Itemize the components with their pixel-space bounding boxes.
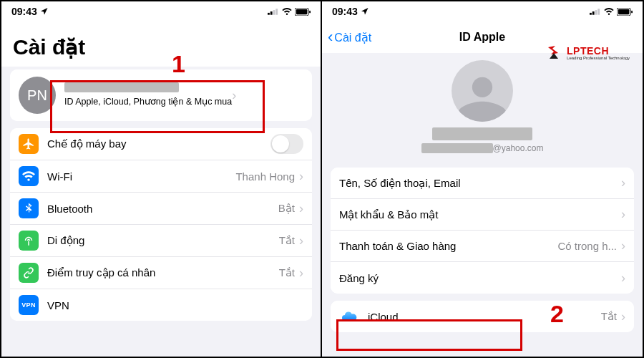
svg-rect-2 bbox=[273, 10, 275, 15]
account-name-redacted bbox=[64, 82, 179, 92]
location-icon bbox=[40, 7, 49, 16]
svg-rect-0 bbox=[268, 13, 270, 15]
battery-icon bbox=[617, 8, 633, 16]
screenshot-apple-id: 09:43 ‹ Cài đặt bbox=[322, 1, 643, 357]
svg-rect-8 bbox=[592, 11, 595, 15]
row-vpn[interactable]: VPN VPN bbox=[10, 289, 312, 321]
row-cellular[interactable]: Di động Tắt › bbox=[10, 225, 312, 257]
row-value: Thanh Hong bbox=[235, 170, 295, 183]
row-label: Thanh toán & Giao hàng bbox=[339, 240, 557, 252]
status-time: 09:43 bbox=[332, 6, 358, 17]
antenna-icon bbox=[19, 231, 39, 251]
svg-rect-7 bbox=[590, 13, 592, 15]
row-name-phone-email[interactable]: Tên, Số điện thoại, Email › bbox=[331, 168, 634, 199]
svg-rect-3 bbox=[275, 9, 278, 14]
row-wifi[interactable]: Wi-Fi Thanh Hong › bbox=[10, 160, 312, 193]
row-bluetooth[interactable]: Bluetooth Bật › bbox=[10, 193, 312, 225]
row-label: Mật khẩu & Bảo mật bbox=[339, 208, 621, 221]
annotation-number-2: 2 bbox=[550, 300, 564, 328]
watermark-tagline: Leading Professional Technology bbox=[567, 56, 630, 60]
avatar-placeholder-icon bbox=[452, 60, 513, 122]
row-label: VPN bbox=[47, 299, 303, 311]
row-value: Tắt bbox=[279, 234, 295, 247]
row-hotspot[interactable]: Điểm truy cập cá nhân Tắt › bbox=[10, 257, 312, 289]
chevron-right-icon: › bbox=[299, 201, 303, 216]
chevron-left-icon: ‹ bbox=[328, 29, 333, 45]
avatar: PN bbox=[19, 77, 56, 114]
row-icloud[interactable]: iCloud Tắt › bbox=[331, 301, 634, 332]
chevron-right-icon: › bbox=[621, 175, 625, 190]
location-icon bbox=[361, 7, 369, 16]
back-button[interactable]: ‹ Cài đặt bbox=[328, 29, 371, 45]
chevron-right-icon: › bbox=[621, 309, 625, 324]
row-label: Điểm truy cập cá nhân bbox=[47, 266, 279, 279]
chevron-right-icon: › bbox=[621, 238, 625, 253]
screenshot-settings-root: 09:43 Cài đặt PN bbox=[1, 1, 322, 357]
row-label: Wi-Fi bbox=[47, 170, 235, 183]
battery-icon bbox=[295, 8, 311, 16]
account-email: xxxxxxxxxxxxxxxx@yahoo.com bbox=[322, 143, 643, 153]
wifi-icon bbox=[19, 166, 39, 186]
row-label: Tên, Số điện thoại, Email bbox=[339, 177, 621, 190]
row-airplane-mode[interactable]: Chế độ máy bay bbox=[10, 128, 312, 160]
row-value: Có trong h... bbox=[557, 240, 617, 252]
airplane-toggle[interactable] bbox=[270, 134, 303, 154]
chevron-right-icon: › bbox=[299, 266, 303, 281]
watermark: LPTECH Leading Professional Technology bbox=[545, 44, 630, 62]
row-value: Tắt bbox=[601, 310, 617, 323]
status-time: 09:43 bbox=[11, 6, 37, 17]
row-value: Tắt bbox=[279, 266, 295, 279]
signal-icon bbox=[268, 8, 279, 15]
vpn-icon: VPN bbox=[19, 295, 39, 315]
svg-rect-13 bbox=[631, 10, 633, 13]
chevron-right-icon: › bbox=[621, 207, 625, 222]
svg-rect-5 bbox=[296, 9, 308, 14]
row-label: Di động bbox=[47, 234, 279, 247]
airplane-icon bbox=[19, 134, 39, 154]
watermark-brand: LPTECH bbox=[567, 46, 630, 56]
row-label: Chế độ máy bay bbox=[47, 137, 270, 150]
wifi-icon bbox=[604, 8, 614, 15]
status-bar: 09:43 bbox=[322, 1, 643, 21]
chevron-right-icon: › bbox=[299, 169, 303, 184]
chevron-right-icon: › bbox=[232, 88, 236, 103]
back-label: Cài đặt bbox=[334, 31, 371, 44]
row-label: Đăng ký bbox=[339, 272, 621, 284]
row-label: Bluetooth bbox=[47, 203, 278, 215]
svg-rect-6 bbox=[309, 10, 311, 13]
account-name-redacted bbox=[432, 127, 532, 140]
svg-rect-12 bbox=[618, 9, 630, 14]
row-subscriptions[interactable]: Đăng ký › bbox=[331, 262, 634, 294]
annotation-number-1: 1 bbox=[172, 50, 185, 78]
signal-icon bbox=[590, 8, 601, 15]
link-icon bbox=[19, 263, 39, 283]
row-payment-shipping[interactable]: Thanh toán & Giao hàng Có trong h... › bbox=[331, 231, 634, 262]
row-password-security[interactable]: Mật khẩu & Bảo mật › bbox=[331, 199, 634, 231]
bluetooth-icon bbox=[19, 198, 39, 218]
page-title: Cài đặt bbox=[1, 21, 321, 67]
svg-rect-1 bbox=[270, 11, 273, 15]
wifi-icon bbox=[282, 8, 292, 15]
status-bar: 09:43 bbox=[1, 1, 321, 21]
icloud-icon bbox=[339, 306, 359, 326]
chevron-right-icon: › bbox=[299, 233, 303, 248]
chevron-right-icon: › bbox=[621, 271, 625, 286]
row-label: iCloud bbox=[368, 311, 601, 323]
lptech-logo-icon bbox=[545, 44, 562, 62]
apple-id-row[interactable]: PN ID Apple, iCloud, Phương tiện & Mục m… bbox=[10, 69, 312, 121]
svg-rect-9 bbox=[595, 10, 597, 15]
apple-id-profile: xxxxxxxxxxxxxxxx@yahoo.com bbox=[322, 53, 643, 163]
svg-rect-10 bbox=[597, 9, 600, 14]
account-subtitle: ID Apple, iCloud, Phương tiện & Mục mua bbox=[64, 97, 232, 108]
row-value: Bật bbox=[278, 202, 295, 215]
